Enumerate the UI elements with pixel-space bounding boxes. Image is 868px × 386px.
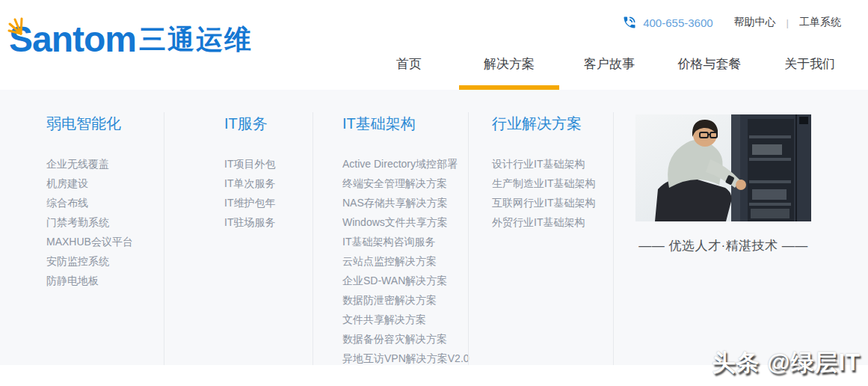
menu-item[interactable]: 数据防泄密解决方案 bbox=[342, 290, 470, 310]
menu-item[interactable]: 设计行业IT基础架构 bbox=[492, 154, 595, 174]
menu-item[interactable]: IT项目外包 bbox=[224, 154, 275, 174]
menu-item[interactable]: IT驻场服务 bbox=[224, 212, 275, 232]
menu-item[interactable]: Active Directory域控部署 bbox=[342, 154, 470, 174]
menu-item[interactable]: 终端安全管理解决方案 bbox=[342, 174, 470, 193]
nav-item[interactable]: 价格与套餐 bbox=[659, 37, 760, 90]
menu-item[interactable]: 数据备份容灾解决方案 bbox=[342, 329, 470, 349]
menu-column: IT服务IT项目外包IT单次服务IT维护包年IT驻场服务 bbox=[224, 114, 275, 232]
menu-item[interactable]: IT维护包年 bbox=[224, 193, 275, 212]
menu-item[interactable]: 互联网行业IT基础架构 bbox=[492, 193, 595, 212]
menu-column: 行业解决方案设计行业IT基础架构生产制造业IT基础架构互联网行业IT基础架构外贸… bbox=[492, 114, 595, 232]
menu-item[interactable]: 异地互访VPN解决方案V2.0 bbox=[342, 349, 470, 368]
column-divider bbox=[613, 112, 614, 365]
phone-icon bbox=[622, 15, 637, 30]
menu-column-title[interactable]: 弱电智能化 bbox=[46, 114, 133, 134]
help-center-link[interactable]: 帮助中心 bbox=[734, 16, 776, 29]
topbar-divider: | bbox=[787, 17, 789, 28]
nav-item-label: 首页 bbox=[396, 55, 422, 73]
logo-sun-icon bbox=[4, 16, 27, 38]
brand-name-en: Santom bbox=[9, 23, 136, 56]
topbar: 400-655-3600 帮助中心 | 工单系统 bbox=[622, 15, 841, 30]
menu-item[interactable]: 防静电地板 bbox=[46, 271, 133, 290]
menu-item[interactable]: 企业无线覆盖 bbox=[46, 154, 133, 174]
nav-item-label: 价格与套餐 bbox=[678, 55, 742, 73]
technician-server-photo bbox=[635, 114, 811, 221]
promo-caption: —— 优选人才·精湛技术 —— bbox=[635, 237, 811, 254]
brand-logo[interactable]: Santom 三通运维 bbox=[9, 22, 253, 57]
menu-column: IT基础架构Active Directory域控部署终端安全管理解决方案NAS存… bbox=[342, 114, 470, 368]
menu-item[interactable]: MAXHUB会议平台 bbox=[46, 232, 133, 251]
menu-item[interactable]: 企业SD-WAN解决方案 bbox=[342, 271, 470, 290]
menu-item[interactable]: 外贸行业IT基础架构 bbox=[492, 212, 595, 232]
menu-item[interactable]: NAS存储共享解决方案 bbox=[342, 193, 470, 212]
menu-item[interactable]: 综合布线 bbox=[46, 193, 133, 212]
column-divider bbox=[164, 112, 164, 365]
menu-item[interactable]: 生产制造业IT基础架构 bbox=[492, 174, 595, 193]
site-header: Santom 三通运维 400-655-3600 帮助中心 | 工单系统 首页解… bbox=[0, 0, 868, 90]
column-divider bbox=[313, 112, 313, 365]
menu-item[interactable]: 安防监控系统 bbox=[46, 251, 133, 271]
menu-column-title[interactable]: IT基础架构 bbox=[342, 114, 470, 134]
brand-name-cn: 三通运维 bbox=[139, 25, 253, 55]
nav-item[interactable]: 解决方案 bbox=[459, 37, 559, 90]
nav-item-label: 关于我们 bbox=[784, 55, 835, 73]
nav-item[interactable]: 客户故事 bbox=[559, 37, 659, 90]
nav-item[interactable]: 关于我们 bbox=[760, 37, 860, 90]
nav-item[interactable]: 首页 bbox=[359, 37, 459, 90]
ticket-system-link[interactable]: 工单系统 bbox=[799, 16, 841, 29]
watermark: 头条 @绿层IT bbox=[712, 347, 861, 379]
promo-block: —— 优选人才·精湛技术 —— bbox=[635, 114, 811, 254]
main-nav: 首页解决方案客户故事价格与套餐关于我们 bbox=[359, 37, 860, 90]
column-divider bbox=[468, 112, 469, 365]
menu-item[interactable]: IT基础架构咨询服务 bbox=[342, 232, 470, 251]
menu-column-title[interactable]: 行业解决方案 bbox=[492, 114, 595, 134]
menu-column: 弱电智能化企业无线覆盖机房建设综合布线门禁考勤系统MAXHUB会议平台安防监控系… bbox=[46, 114, 133, 290]
menu-item[interactable]: 门禁考勤系统 bbox=[46, 212, 133, 232]
menu-item[interactable]: 云站点监控解决方案 bbox=[342, 251, 470, 271]
menu-column-title[interactable]: IT服务 bbox=[224, 114, 275, 134]
menu-item[interactable]: IT单次服务 bbox=[224, 174, 275, 193]
menu-item[interactable]: 机房建设 bbox=[46, 174, 133, 193]
mega-menu-panel: —— 优选人才·精湛技术 —— 弱电智能化企业无线覆盖机房建设综合布线门禁考勤系… bbox=[0, 90, 868, 365]
nav-item-label: 客户故事 bbox=[584, 55, 635, 73]
menu-item[interactable]: 文件共享解决方案 bbox=[342, 310, 470, 329]
nav-item-label: 解决方案 bbox=[484, 55, 535, 73]
menu-item[interactable]: Windows文件共享方案 bbox=[342, 212, 470, 232]
phone-number[interactable]: 400-655-3600 bbox=[643, 16, 712, 29]
